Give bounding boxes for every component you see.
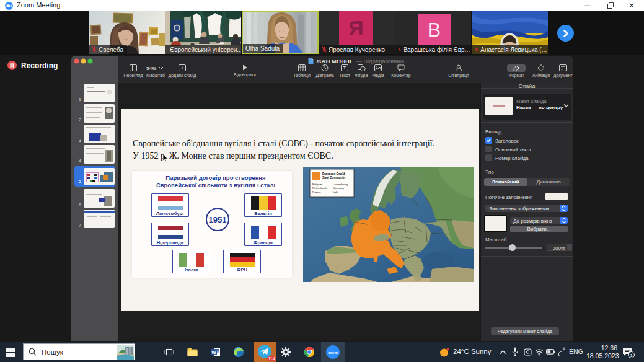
svg-text:Netherlands: Netherlands xyxy=(312,187,327,190)
svg-text:54%: 54% xyxy=(146,66,156,71)
svg-text:zoom: zoom xyxy=(328,351,338,355)
svg-text:W: W xyxy=(211,350,216,355)
svg-text:Steel Community: Steel Community xyxy=(322,176,346,179)
svg-text:European Coal &: European Coal & xyxy=(322,172,346,175)
svg-text:France: France xyxy=(312,190,321,193)
svg-text:Italy: Italy xyxy=(333,190,338,193)
svg-text:Germany: Germany xyxy=(333,187,345,190)
svg-text:Belgium: Belgium xyxy=(312,183,322,186)
svg-text:Luxembourg: Luxembourg xyxy=(333,183,348,186)
